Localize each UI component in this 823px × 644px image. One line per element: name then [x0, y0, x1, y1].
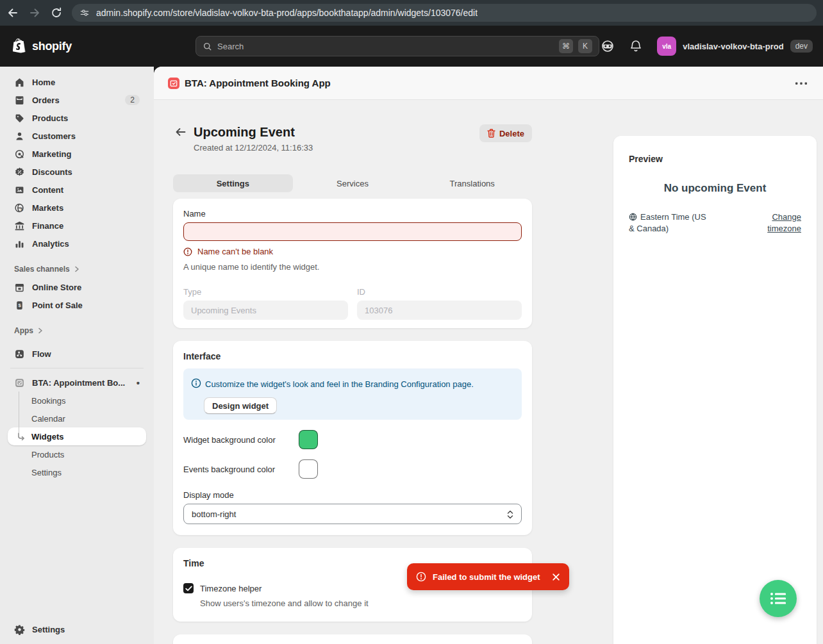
app-title: BTA: Appointment Booking App	[185, 78, 331, 88]
tab-bar: Settings Services Translations	[173, 174, 532, 192]
browser-reload-icon[interactable]	[50, 6, 63, 19]
tab-settings[interactable]: Settings	[173, 174, 293, 192]
point-of-sale-icon: $	[14, 300, 25, 311]
globe-icon	[629, 213, 637, 221]
shopify-logo[interactable]: shopify	[13, 38, 72, 54]
sidebar-item-markets[interactable]: $ Markets	[8, 199, 146, 217]
timezone-helper-checkbox[interactable]	[183, 583, 194, 593]
type-label: Type	[183, 287, 348, 297]
sidebar-item-products[interactable]: Products	[8, 109, 146, 127]
chevron-right-icon	[74, 266, 80, 272]
sidebar-item-calendar[interactable]: Calendar	[8, 409, 146, 427]
site-settings-icon[interactable]	[79, 8, 90, 18]
search-icon	[203, 42, 212, 51]
back-arrow-icon[interactable]	[174, 126, 187, 138]
next-card-partial	[173, 634, 532, 644]
sidebar-item-bta-app[interactable]: BTA: Appointment Bo... •	[8, 374, 146, 392]
sidebar-item-home[interactable]: Home	[8, 73, 146, 91]
widget-bg-color-swatch[interactable]	[299, 430, 318, 449]
sidebar-item-bookings[interactable]: Bookings	[8, 392, 146, 409]
sidebar: Home Orders 2 Products Customers Marketi…	[0, 67, 154, 644]
sidebar-item-settings[interactable]: Settings	[8, 620, 146, 638]
interface-card: Interface Customize the widget's look an…	[173, 341, 532, 535]
unsaved-dot: •	[137, 378, 140, 388]
sidebar-item-widgets[interactable]: Widgets	[8, 427, 146, 445]
id-input-disabled: 103076	[357, 301, 522, 320]
name-card: Name Name can't be blank A unique name t…	[173, 199, 532, 328]
sidebar-item-analytics[interactable]: Analytics	[8, 235, 146, 252]
display-mode-label: Display mode	[183, 490, 522, 500]
sidebar-item-online-store[interactable]: Online Store	[8, 278, 146, 296]
finance-bank-icon	[14, 220, 25, 231]
sidebar-item-orders[interactable]: Orders 2	[8, 91, 146, 109]
preview-empty-state: No upcoming Event	[613, 182, 817, 195]
analytics-bars-icon	[14, 238, 25, 249]
env-badge: dev	[790, 40, 813, 53]
tab-services[interactable]: Services	[293, 174, 413, 192]
check-icon	[185, 586, 192, 591]
shopify-bag-icon	[13, 38, 28, 54]
browser-chrome: admin.shopify.com/store/vladislav-volkov…	[0, 0, 823, 26]
sidebar-divider	[10, 368, 144, 368]
address-bar[interactable]: admin.shopify.com/store/vladislav-volkov…	[72, 4, 817, 22]
store-name: vladislav-volkov-bta-prod	[683, 42, 783, 51]
content-icon	[14, 185, 25, 195]
interface-title: Interface	[183, 351, 522, 361]
sidebar-item-flow[interactable]: Flow	[8, 345, 146, 363]
marketing-icon	[14, 149, 25, 160]
error-alert-icon	[183, 247, 192, 256]
tab-translations[interactable]: Translations	[412, 174, 532, 192]
trash-icon	[487, 129, 495, 138]
orders-icon	[14, 95, 25, 106]
name-error: Name can't be blank	[183, 247, 522, 256]
sidebar-item-app-products[interactable]: Products	[8, 445, 146, 463]
account-menu[interactable]: vla vladislav-volkov-bta-prod dev	[657, 37, 813, 56]
more-actions-icon[interactable]	[795, 81, 808, 86]
search-input[interactable]	[217, 42, 554, 51]
sales-channels-header[interactable]: Sales channels	[8, 263, 146, 276]
quick-list-fab[interactable]	[760, 580, 797, 617]
flow-app-icon	[14, 349, 25, 359]
sidebar-item-app-settings[interactable]: Settings	[8, 463, 146, 481]
design-widget-button[interactable]: Design widget	[204, 397, 277, 414]
delete-button[interactable]: Delete	[479, 124, 532, 142]
sidebar-item-marketing[interactable]: Marketing	[8, 145, 146, 163]
elbow-arrow-icon	[17, 432, 26, 441]
events-bg-color-label: Events background color	[183, 465, 299, 474]
sidekick-icon[interactable]	[601, 39, 615, 53]
gear-icon	[14, 624, 25, 635]
products-tag-icon	[14, 113, 25, 124]
sidebar-item-customers[interactable]: Customers	[8, 127, 146, 145]
browser-back-icon[interactable]	[6, 6, 19, 19]
avatar: vla	[657, 37, 676, 56]
chevron-right-icon	[37, 327, 44, 334]
home-icon	[14, 77, 25, 88]
timezone-helper-label: Timezone helper	[200, 584, 262, 593]
sidebar-item-finance[interactable]: Finance	[8, 217, 146, 235]
toast-close-icon[interactable]	[552, 573, 560, 581]
toast-alert-icon	[416, 572, 426, 582]
select-caret-icon	[506, 509, 515, 520]
bta-app-logo	[168, 78, 179, 89]
info-banner: Customize the widget's look and feel in …	[183, 368, 522, 420]
kbd-k: K	[578, 39, 592, 53]
notifications-bell-icon[interactable]	[629, 39, 643, 53]
type-input-disabled: Upcoming Events	[183, 301, 348, 320]
apps-header[interactable]: Apps	[8, 324, 146, 337]
online-store-icon	[14, 282, 25, 293]
events-bg-color-swatch[interactable]	[299, 459, 318, 479]
sidebar-item-discounts[interactable]: Discounts	[8, 163, 146, 181]
sidebar-item-point-of-sale[interactable]: $ Point of Sale	[8, 296, 146, 314]
banner-text: Customize the widget's look and feel in …	[205, 379, 474, 389]
change-timezone-link[interactable]: Change timezone	[756, 211, 801, 234]
browser-forward-icon[interactable]	[28, 6, 41, 19]
id-label: ID	[357, 287, 522, 297]
name-input[interactable]	[183, 222, 522, 241]
preview-panel: Preview No upcoming Event Eastern Time (…	[613, 136, 817, 644]
global-search[interactable]: ⌘ K	[195, 36, 599, 56]
display-mode-select[interactable]: bottom-right	[183, 504, 522, 524]
bta-app-icon	[14, 377, 25, 388]
timezone-helper-help: Show users's timezone and allow to chang…	[200, 599, 522, 608]
widget-bg-color-label: Widget background color	[183, 435, 299, 445]
sidebar-item-content[interactable]: Content	[8, 181, 146, 199]
